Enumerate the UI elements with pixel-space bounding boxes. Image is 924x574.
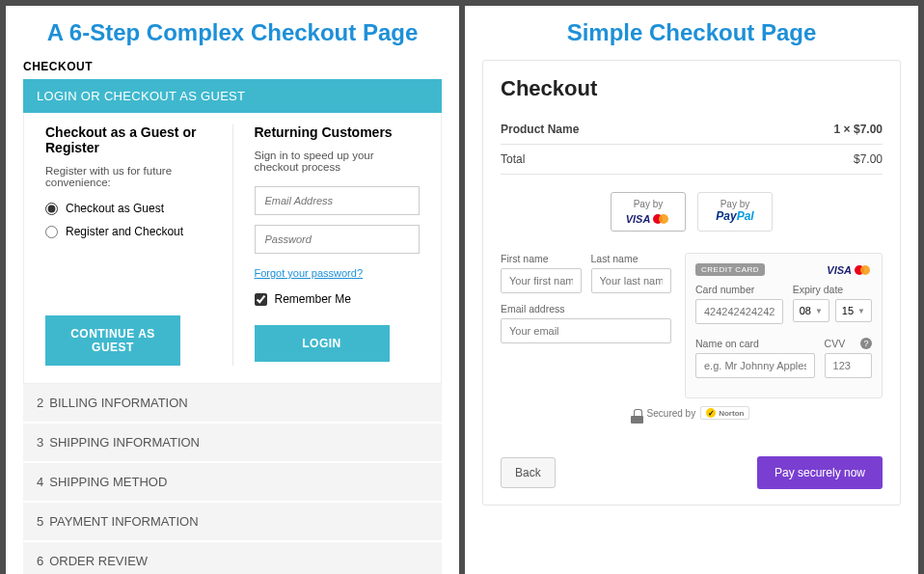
secured-label: Secured by [647, 408, 696, 419]
panel-title-right: Simple Checkout Page [482, 19, 901, 46]
remember-me[interactable]: Remember Me [255, 292, 421, 306]
payment-options: Pay by VISA Pay by PayPal [501, 192, 883, 232]
pay-by-card-tile[interactable]: Pay by VISA [611, 192, 686, 232]
pay-securely-button[interactable]: Pay securely now [757, 456, 883, 489]
name-on-card-label: Name on card [695, 338, 815, 349]
step-6[interactable]: 6ORDER REVIEW [23, 542, 442, 574]
simple-checkout-panel: Simple Checkout Page Checkout Product Na… [465, 6, 918, 574]
back-button[interactable]: Back [501, 457, 556, 488]
credit-card-pill: CREDIT CARD [695, 263, 765, 276]
collapsed-steps: 2BILLING INFORMATION 3SHIPPING INFORMATI… [23, 384, 442, 574]
first-name-input[interactable] [501, 268, 582, 293]
checkout-heading: CHECKOUT [23, 60, 442, 73]
password-input[interactable] [255, 225, 421, 254]
step-2[interactable]: 2BILLING INFORMATION [23, 384, 442, 424]
card-number-label: Card number [695, 284, 783, 295]
name-on-card-input[interactable] [695, 353, 815, 378]
returning-column: Returning Customers Sign in to speed up … [232, 124, 428, 366]
radio-checkout-as-guest[interactable]: Checkout as Guest [45, 202, 211, 215]
email-label: Email address [501, 303, 671, 314]
mastercard-icon-small [855, 264, 872, 276]
radio-guest-label: Checkout as Guest [66, 202, 164, 215]
norton-badge: ✓Norton [700, 406, 749, 420]
guest-heading: Checkout as a Guest or Register [45, 124, 211, 155]
secured-by: Secured by ✓Norton [501, 406, 883, 420]
expiry-year-select[interactable]: 15▼ [835, 299, 872, 322]
visa-icon: VISA [626, 213, 651, 225]
total-value: $7.00 [854, 152, 883, 166]
order-line: Product Name 1 × $7.00 [501, 115, 883, 145]
forgot-password-link[interactable]: Forgot your password? [255, 267, 364, 279]
guest-hint: Register with us for future convenience: [45, 165, 211, 188]
step1-body: Checkout as a Guest or Register Register… [23, 113, 442, 384]
guest-column: Checkout as a Guest or Register Register… [38, 124, 219, 366]
payby-label-paypal: Pay by [704, 199, 766, 209]
continue-as-guest-button[interactable]: CONTINUE AS GUEST [45, 315, 180, 366]
radio-register-label: Register and Checkout [66, 225, 183, 238]
visa-icon-small: VISA [827, 264, 852, 276]
last-name-label: Last name [591, 253, 672, 264]
radio-register-input[interactable] [45, 226, 58, 238]
total-label: Total [501, 152, 525, 166]
credit-card-box: CREDIT CARD VISA Card number Expiry date… [685, 253, 883, 398]
cvv-label: CVV [825, 338, 846, 349]
help-icon[interactable]: ? [860, 338, 872, 349]
paypal-icon: PayPal [704, 209, 766, 223]
cvv-input[interactable] [825, 353, 872, 378]
card-number-input[interactable] [695, 299, 783, 324]
mastercard-icon [653, 213, 670, 225]
panel-title-left: A 6-Step Complex Checkout Page [23, 19, 442, 46]
checkout-heading-simple: Checkout [501, 76, 883, 101]
product-name: Product Name [501, 123, 579, 136]
last-name-input[interactable] [591, 268, 672, 293]
radio-guest-input[interactable] [45, 203, 58, 215]
step-5[interactable]: 5PAYMENT INFORMATION [23, 503, 442, 542]
remember-label: Remember Me [275, 292, 351, 306]
email-input[interactable] [255, 186, 421, 215]
norton-check-icon: ✓ [706, 408, 716, 418]
pay-by-paypal-tile[interactable]: Pay by PayPal [697, 192, 773, 232]
chevron-down-icon: ▼ [857, 307, 865, 315]
expiry-month-select[interactable]: 08▼ [793, 299, 829, 322]
step-3[interactable]: 3SHIPPING INFORMATION [23, 424, 442, 463]
radio-register-and-checkout[interactable]: Register and Checkout [45, 225, 211, 238]
remember-checkbox[interactable] [255, 293, 267, 306]
expiry-label: Expiry date [793, 284, 872, 295]
checkout-card: Checkout Product Name 1 × $7.00 Total $7… [482, 60, 901, 506]
customer-form: First name Last name Email address [501, 253, 671, 398]
payby-label-card: Pay by [617, 199, 679, 209]
product-qty-price: 1 × $7.00 [834, 123, 883, 136]
returning-heading: Returning Customers [255, 124, 421, 140]
cvv-label-row: CVV ? [825, 338, 872, 349]
first-name-label: First name [501, 253, 582, 264]
total-line: Total $7.00 [501, 145, 883, 175]
email-input-simple[interactable] [501, 318, 671, 343]
returning-hint: Sign in to speed up your checkout proces… [255, 150, 421, 173]
chevron-down-icon: ▼ [815, 307, 823, 315]
lock-icon [634, 409, 642, 418]
step1-bar[interactable]: LOGIN OR CHECKOUT AS GUEST [23, 79, 442, 113]
login-button[interactable]: LOGIN [255, 325, 390, 362]
complex-checkout-panel: A 6-Step Complex Checkout Page CHECKOUT … [6, 6, 459, 574]
step-4[interactable]: 4SHIPPING METHOD [23, 463, 442, 503]
